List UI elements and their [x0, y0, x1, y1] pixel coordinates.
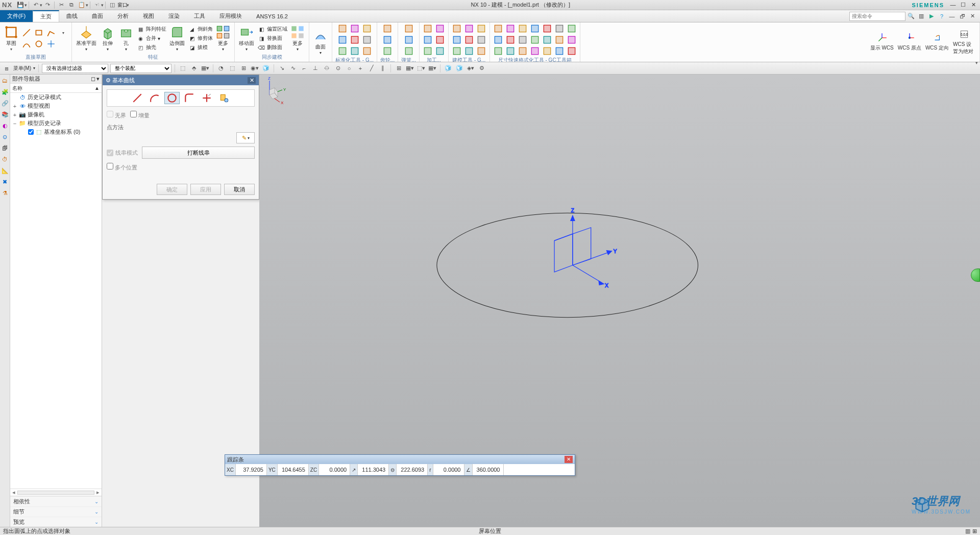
tool-button[interactable] — [404, 23, 414, 34]
window-dropdown-label[interactable]: 窗口 — [117, 2, 128, 9]
chamfer-button[interactable]: ◢倒斜角 — [188, 25, 213, 33]
pattern-button[interactable]: ▦阵列特征 — [136, 25, 166, 33]
tracking-cell[interactable]: ↗111.3043 — [350, 464, 389, 475]
string-mode-checkbox[interactable]: 线串模式 — [107, 149, 138, 157]
navigator-pin-icon[interactable]: ◻ — [91, 76, 95, 82]
datum-plane-button[interactable]: 基准平面▾ — [75, 24, 97, 53]
menu-button[interactable]: 菜单(M) — [13, 65, 31, 72]
tab-application[interactable]: 应用模块 — [212, 10, 249, 22]
wcs-abs-button[interactable]: 0,0,0WCS 设置为绝对 — [952, 28, 976, 56]
command-search[interactable] — [849, 12, 905, 21]
arc-tool[interactable] — [147, 92, 162, 104]
tab-render[interactable]: 渲染 — [161, 10, 187, 22]
tool-button[interactable] — [542, 46, 552, 56]
tracking-cell[interactable]: ∠360.0000 — [464, 464, 504, 475]
fillet-tool[interactable] — [182, 92, 197, 104]
tool-button[interactable] — [464, 46, 474, 56]
tool-button[interactable] — [382, 35, 393, 45]
tool-button[interactable] — [404, 35, 414, 45]
dialog-close-button[interactable]: ✕ — [248, 77, 256, 84]
trim-body-button[interactable]: ◩修剪体 — [188, 34, 213, 42]
search-icon[interactable]: 🔍 — [906, 12, 916, 21]
tree-row[interactable]: ⬚基准坐标系 (0) — [10, 128, 102, 136]
wcs-origin-button[interactable]: WCS 原点 — [897, 31, 922, 53]
delete-face-button[interactable]: ⌫删除面 — [257, 43, 287, 52]
tool-button[interactable] — [464, 35, 474, 45]
close-button[interactable]: ✕ — [969, 2, 978, 8]
arc-icon[interactable] — [21, 39, 32, 49]
tracking-bar[interactable]: 跟踪条✕ XC37.9205YC104.6455ZC0.0000↗111.304… — [225, 454, 575, 476]
help-icon[interactable]: ? — [937, 12, 946, 21]
tool-button[interactable] — [423, 23, 433, 34]
nav-section-preview[interactable]: 预览⌄ — [10, 517, 102, 527]
tool-button[interactable] — [350, 23, 360, 34]
tracking-cell[interactable]: XC37.9205 — [225, 464, 267, 475]
point-method-button[interactable]: ✎▾ — [236, 132, 255, 143]
sketch-more[interactable]: ▾ — [58, 28, 68, 38]
surface-button[interactable]: 曲面▾ — [312, 28, 329, 56]
profile-icon[interactable] — [46, 28, 56, 38]
circle-tool[interactable] — [164, 92, 180, 104]
extrude-button[interactable]: 拉伸▾ — [100, 24, 116, 53]
tool-button[interactable] — [435, 23, 445, 34]
circle-icon[interactable] — [34, 39, 44, 49]
tab-analysis[interactable]: 分析 — [110, 10, 136, 22]
save-dropdown[interactable]: ▾ — [24, 3, 27, 8]
tool-button[interactable] — [337, 23, 348, 34]
break-string-button[interactable]: 打断线串 — [142, 147, 255, 159]
save-icon[interactable]: 💾 — [16, 1, 25, 9]
reuse-library-tab[interactable]: 📚 — [1, 110, 9, 118]
cancel-button[interactable]: 取消 — [224, 184, 255, 195]
multi-position-checkbox[interactable]: 多个位置 — [107, 163, 137, 172]
draft-button[interactable]: ◪拔模 — [188, 43, 213, 52]
assembly-filter[interactable]: 整个装配 — [110, 64, 172, 73]
nav-section-dependency[interactable]: 相依性⌄ — [10, 496, 102, 506]
line-icon[interactable] — [21, 28, 32, 38]
offset-region-button[interactable]: ◧偏置区域 — [257, 25, 287, 33]
unite-button[interactable]: ◉合并 ▾ — [136, 34, 166, 42]
wcs-orient-button[interactable]: WCS 定向 — [924, 31, 950, 53]
trim-tool[interactable] — [199, 92, 214, 104]
paste-icon[interactable]: 📋 — [77, 1, 86, 9]
redo-icon[interactable]: ↷ — [43, 1, 52, 9]
more-sync-button[interactable]: 更多▾ — [289, 24, 306, 53]
tool-button[interactable] — [505, 23, 516, 34]
tool-button[interactable] — [350, 35, 360, 45]
tool-button[interactable] — [493, 35, 503, 45]
tool-button[interactable] — [530, 23, 540, 34]
unbounded-checkbox[interactable]: 无界 — [107, 111, 126, 119]
tool-button[interactable] — [567, 35, 577, 45]
tool-button[interactable] — [423, 46, 433, 56]
replace-face-button[interactable]: ◨替换面 — [257, 34, 287, 42]
doc-close[interactable]: ✕ — [968, 12, 977, 21]
tab-curve[interactable]: 曲线 — [59, 10, 85, 22]
tool-button[interactable] — [337, 35, 348, 45]
edge-blend-button[interactable]: 边倒圆▾ — [168, 24, 186, 53]
tool-button[interactable] — [554, 46, 565, 56]
tool-button[interactable] — [493, 46, 503, 56]
tracking-close[interactable]: ✕ — [565, 456, 573, 463]
rect-icon[interactable] — [34, 28, 44, 38]
status-icon1[interactable]: ▥ — [965, 528, 970, 534]
tool-button[interactable] — [476, 35, 486, 45]
tool-button[interactable] — [382, 46, 393, 56]
tool-button[interactable] — [435, 35, 445, 45]
shell-button[interactable]: ◰抽壳 — [136, 43, 166, 52]
tool-button[interactable] — [452, 23, 462, 34]
maximize-button[interactable]: ☐ — [959, 2, 968, 8]
touch-icon[interactable]: ☜ — [92, 1, 102, 9]
constraint-navigator-tab[interactable]: 🔗 — [1, 99, 9, 107]
tool-button[interactable] — [423, 35, 433, 45]
tool-button[interactable] — [554, 35, 565, 45]
menu-button-icon[interactable]: 🗉 — [2, 64, 11, 73]
tracking-cell[interactable]: r0.0000 — [428, 464, 464, 475]
apply-button[interactable]: 应用 — [190, 184, 221, 195]
tab-tools[interactable]: 工具 — [187, 10, 212, 22]
ok-button[interactable]: 确定 — [157, 184, 187, 195]
tool-button[interactable] — [337, 46, 348, 56]
copy-icon[interactable]: ⧉ — [67, 1, 76, 9]
status-icon2[interactable]: ⊞ — [972, 528, 977, 534]
tool-button[interactable] — [493, 23, 503, 34]
file-menu[interactable]: 文件(F) — [0, 10, 33, 22]
sel-scope-icon[interactable]: ⬚ — [178, 64, 187, 73]
